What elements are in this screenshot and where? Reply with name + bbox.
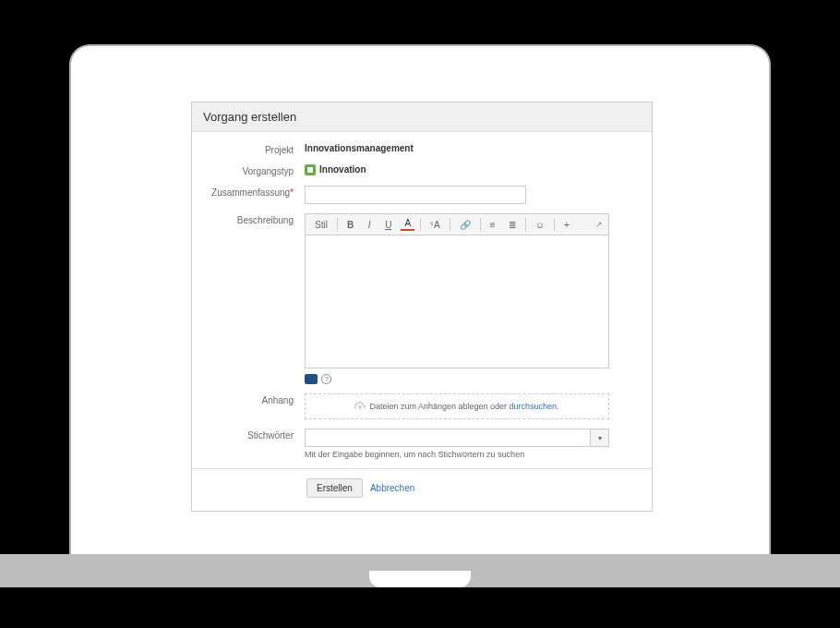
toolbar-separator xyxy=(480,218,481,231)
attachment-dropzone[interactable]: Dateien zum Anhängen ablegen oder durchs… xyxy=(305,393,609,419)
editor-footer: ? xyxy=(305,374,641,384)
tags-label: Stichwörter xyxy=(203,429,305,441)
upload-icon xyxy=(354,401,366,412)
attachment-label: Anhang xyxy=(203,393,305,405)
editor-toolbar: Stil B I U A ˢA 🔗 ≡ ≣ ☺ xyxy=(305,213,609,235)
issue-type-value: Innovation xyxy=(305,164,641,175)
field-summary: Zusammenfassung* xyxy=(203,186,641,204)
style-dropdown[interactable]: Stil xyxy=(311,217,331,232)
help-icon[interactable]: ? xyxy=(321,374,331,384)
bullet-list-button[interactable]: ≡ xyxy=(486,217,499,232)
innovation-icon xyxy=(305,164,316,175)
browse-link[interactable]: durchsuchen xyxy=(510,402,558,411)
field-description: Beschreibung Stil B I U A ˢA 🔗 xyxy=(203,213,641,384)
tags-input[interactable] xyxy=(305,429,591,447)
tags-select: ▾ xyxy=(305,429,609,447)
toolbar-separator xyxy=(450,218,450,231)
field-issue-type: Vorgangstyp Innovation xyxy=(203,164,641,176)
summary-input[interactable] xyxy=(305,186,526,204)
dialog-title: Vorgang erstellen xyxy=(192,103,652,132)
tags-hint: Mit der Eingabe beginnen, um nach Stichw… xyxy=(305,450,641,459)
project-label: Projekt xyxy=(203,143,305,155)
toolbar-separator xyxy=(337,218,338,231)
emoji-button[interactable]: ☺ xyxy=(532,217,548,232)
toolbar-separator xyxy=(420,218,421,231)
field-attachment: Anhang Dateien zum Anhängen ablegen oder… xyxy=(203,393,641,419)
summary-label: Zusammenfassung* xyxy=(203,186,305,198)
field-tags: Stichwörter ▾ Mit der Eingabe beginnen, … xyxy=(203,429,641,459)
required-marker: * xyxy=(290,187,294,198)
dialog-footer: Erstellen Abbrechen xyxy=(192,468,652,507)
description-label: Beschreibung xyxy=(203,213,305,225)
project-value: Innovationsmanagement xyxy=(305,143,641,153)
dialog-body: Projekt Innovationsmanagement Vorgangsty… xyxy=(192,132,652,511)
editor-mode-badge[interactable] xyxy=(305,374,318,384)
toolbar-separator xyxy=(525,218,526,231)
link-button[interactable]: 🔗 xyxy=(456,217,474,232)
dropzone-text: Dateien zum Anhängen ablegen oder durchs… xyxy=(369,402,558,411)
text-color-button[interactable]: A xyxy=(401,218,414,231)
field-project: Projekt Innovationsmanagement xyxy=(203,143,641,155)
create-button[interactable]: Erstellen xyxy=(306,478,363,498)
laptop-notch xyxy=(369,571,471,587)
laptop-frame: Vorgang erstellen Projekt Innovationsman… xyxy=(69,44,771,554)
bold-button[interactable]: B xyxy=(343,217,357,232)
underline-button[interactable]: U xyxy=(381,217,395,232)
italic-button[interactable]: I xyxy=(363,217,376,232)
cancel-link[interactable]: Abbrechen xyxy=(370,483,414,493)
description-textarea[interactable] xyxy=(305,235,609,368)
issue-type-text: Innovation xyxy=(319,164,366,175)
create-issue-dialog: Vorgang erstellen Projekt Innovationsman… xyxy=(191,102,653,512)
issue-type-label: Vorgangstyp xyxy=(203,164,305,176)
tags-dropdown-button[interactable]: ▾ xyxy=(591,429,609,447)
expand-button[interactable]: ↗ xyxy=(595,220,603,229)
more-button[interactable]: + xyxy=(560,217,573,232)
toolbar-separator xyxy=(554,218,555,231)
numbered-list-button[interactable]: ≣ xyxy=(505,217,520,232)
clear-format-button[interactable]: ˢA xyxy=(426,217,444,232)
